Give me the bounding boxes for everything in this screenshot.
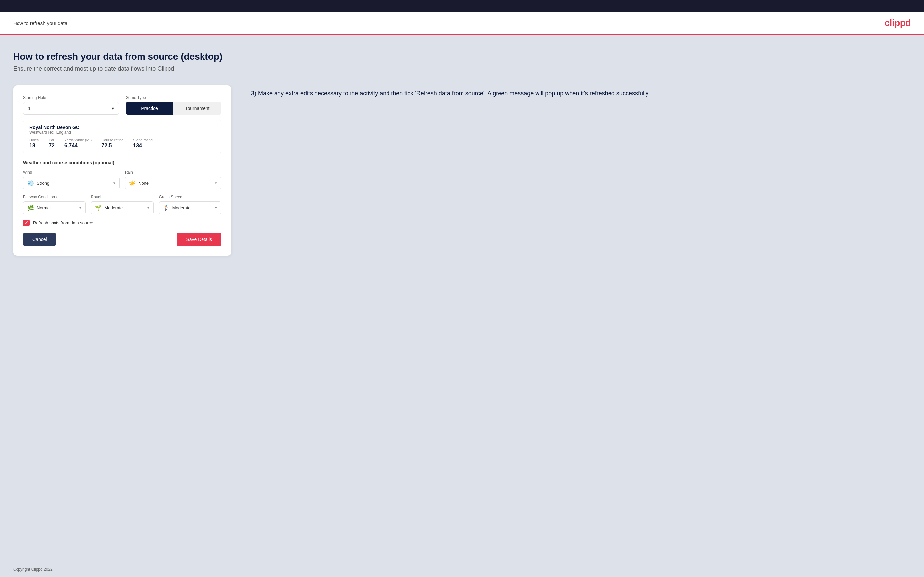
green-speed-value: Moderate [173, 205, 212, 210]
wind-icon: 💨 [27, 180, 34, 186]
wind-group: Wind 💨 Strong ▾ [23, 170, 120, 190]
rough-label: Rough [91, 195, 153, 199]
starting-hole-group: Starting Hole 1 ▾ [23, 95, 119, 114]
fairway-label: Fairway Conditions [23, 195, 86, 199]
slope-rating-label: Slope rating [133, 138, 153, 142]
logo: clippd [885, 18, 911, 28]
game-type-label: Game Type [126, 95, 221, 100]
refresh-checkbox[interactable] [23, 219, 30, 226]
holes-stat: Holes 18 [29, 138, 39, 148]
wind-rain-row: Wind 💨 Strong ▾ Rain ☀️ None ▾ [23, 170, 221, 190]
rain-value: None [139, 181, 212, 185]
green-speed-icon: 🏌️ [163, 205, 170, 211]
game-type-buttons: Practice Tournament [126, 102, 221, 114]
par-stat: Par 72 [48, 138, 55, 148]
practice-button[interactable]: Practice [126, 102, 173, 114]
header: How to refresh your data clippd [0, 12, 924, 35]
rough-value: Moderate [104, 205, 144, 210]
rough-group: Rough 🌱 Moderate ▾ [91, 195, 153, 214]
chevron-down-icon: ▾ [111, 106, 114, 111]
fairway-select[interactable]: 🌿 Normal ▾ [23, 201, 86, 214]
page-subtitle: Ensure the correct and most up to date d… [13, 65, 911, 72]
course-rating-label: Course rating [102, 138, 123, 142]
starting-hole-value: 1 [28, 106, 31, 111]
par-label: Par [48, 138, 55, 142]
rough-chevron-icon: ▾ [147, 206, 149, 210]
top-bar [0, 0, 924, 12]
yards-stat: Yards/White (M)) 6,744 [65, 138, 92, 148]
starting-hole-label: Starting Hole [23, 95, 119, 100]
yards-label: Yards/White (M)) [65, 138, 92, 142]
fairway-chevron-icon: ▾ [79, 206, 81, 210]
course-name: Royal North Devon GC, [29, 125, 215, 130]
wind-select[interactable]: 💨 Strong ▾ [23, 177, 120, 190]
tournament-button[interactable]: Tournament [173, 102, 221, 114]
slope-rating-value: 134 [133, 143, 153, 148]
course-stats: Holes 18 Par 72 Yards/White (M)) 6,744 C… [29, 138, 215, 148]
wind-chevron-icon: ▾ [113, 181, 115, 185]
rain-group: Rain ☀️ None ▾ [125, 170, 221, 190]
refresh-checkbox-row: Refresh shots from data source [23, 219, 221, 226]
rain-select[interactable]: ☀️ None ▾ [125, 177, 221, 190]
footer: Copyright Clippd 2022 [0, 562, 924, 577]
starting-hole-select[interactable]: 1 ▾ [23, 102, 119, 114]
top-row: Starting Hole 1 ▾ Game Type Practice Tou… [23, 95, 221, 114]
green-speed-label: Green Speed [159, 195, 221, 199]
content-row: Starting Hole 1 ▾ Game Type Practice Tou… [13, 85, 911, 256]
refresh-checkbox-label: Refresh shots from data source [33, 221, 93, 226]
fairway-value: Normal [37, 205, 77, 210]
rain-chevron-icon: ▾ [215, 181, 217, 185]
green-speed-select[interactable]: 🏌️ Moderate ▾ [159, 201, 221, 214]
side-description: 3) Make any extra edits necessary to the… [251, 85, 911, 98]
course-rating-stat: Course rating 72.5 [102, 138, 123, 148]
main-content: How to refresh your data from source (de… [0, 35, 924, 562]
save-button[interactable]: Save Details [177, 233, 221, 246]
course-location: Westward Ho!, England [29, 130, 215, 135]
rough-select[interactable]: 🌱 Moderate ▾ [91, 201, 153, 214]
breadcrumb: How to refresh your data [13, 21, 68, 26]
fairway-icon: 🌿 [27, 205, 34, 211]
copyright: Copyright Clippd 2022 [13, 567, 53, 572]
wind-value: Strong [37, 181, 111, 185]
green-speed-chevron-icon: ▾ [215, 206, 217, 210]
par-value: 72 [48, 143, 55, 148]
rain-icon: ☀️ [129, 180, 136, 186]
game-type-group: Game Type Practice Tournament [126, 95, 221, 114]
holes-value: 18 [29, 143, 39, 148]
course-rating-value: 72.5 [102, 143, 123, 148]
slope-rating-stat: Slope rating 134 [133, 138, 153, 148]
holes-label: Holes [29, 138, 39, 142]
form-actions: Cancel Save Details [23, 233, 221, 246]
fairway-rough-green-row: Fairway Conditions 🌿 Normal ▾ Rough 🌱 Mo… [23, 195, 221, 214]
rough-icon: 🌱 [95, 205, 102, 211]
cancel-button[interactable]: Cancel [23, 233, 56, 246]
green-speed-group: Green Speed 🏌️ Moderate ▾ [159, 195, 221, 214]
conditions-heading: Weather and course conditions (optional) [23, 160, 221, 165]
rain-label: Rain [125, 170, 221, 175]
yards-value: 6,744 [65, 143, 92, 148]
wind-label: Wind [23, 170, 120, 175]
form-card: Starting Hole 1 ▾ Game Type Practice Tou… [13, 85, 231, 256]
fairway-group: Fairway Conditions 🌿 Normal ▾ [23, 195, 86, 214]
course-info-box: Royal North Devon GC, Westward Ho!, Engl… [23, 120, 221, 153]
side-description-text: 3) Make any extra edits necessary to the… [251, 89, 911, 98]
page-title: How to refresh your data from source (de… [13, 52, 911, 62]
